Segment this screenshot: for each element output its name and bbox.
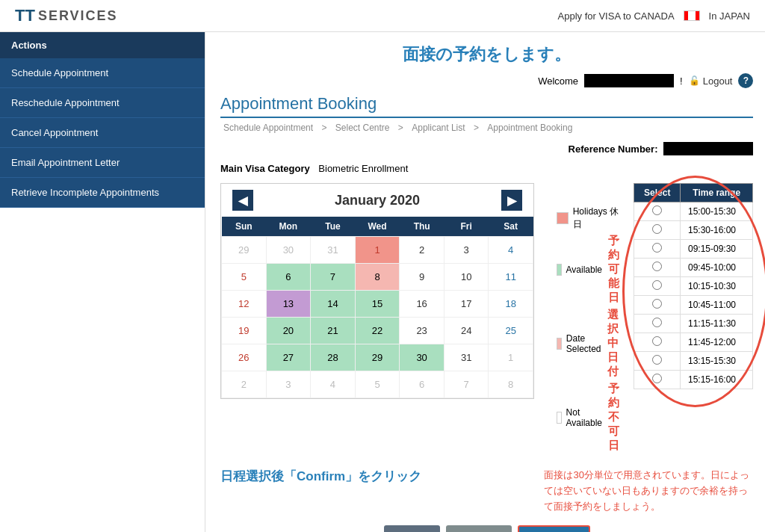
timeslot-label: 11:15-11:30 [680, 315, 753, 333]
jp-bottom-left: 日程選択後「Confirm」をクリック [220, 468, 421, 485]
calendar-cell[interactable]: 6 [266, 264, 311, 291]
calendar-cell[interactable]: 13 [266, 291, 311, 318]
sidebar-btn-cancel[interactable]: Cancel Appointment [0, 118, 205, 148]
calendar-cell[interactable]: 10 [444, 264, 488, 291]
timeslot-select-cell [634, 202, 680, 221]
calendar-cell[interactable]: 2 [400, 237, 445, 264]
calendar-cell[interactable]: 30 [400, 344, 445, 371]
calendar-cell[interactable]: 7 [311, 264, 356, 291]
calendar-cell[interactable]: 4 [489, 237, 533, 264]
calendar-cell[interactable]: 29 [222, 237, 267, 264]
calendar-cell[interactable]: 3 [266, 371, 311, 398]
calendar-cell[interactable]: 19 [222, 318, 267, 344]
breadcrumb-sep2: > [398, 123, 403, 133]
calendar-cell[interactable]: 20 [266, 318, 311, 344]
calendar-cell[interactable]: 24 [444, 318, 488, 344]
logout-button[interactable]: 🔓 Logout [689, 75, 733, 87]
calendar-cell[interactable]: 2 [222, 371, 267, 398]
calendar-legend: Holidays 休日 Available 予約可能日 Date Selecte… [557, 205, 626, 453]
calendar-cell[interactable]: 26 [222, 344, 267, 371]
calendar-cell[interactable]: 29 [355, 344, 400, 371]
calendar-cell[interactable]: 28 [311, 344, 356, 371]
visa-category-row: Main Visa Category Biometric Enrollment [220, 163, 753, 174]
calendar-prev-button[interactable]: ◀ [232, 190, 253, 211]
sidebar-btn-reschedule[interactable]: Reschedule Appointment [0, 88, 205, 118]
content-area: 面接の予約をします。 Welcome ! 🔓 Logout ? Appointm… [205, 32, 765, 532]
bottom-section: 日程選択後「Confirm」をクリック 面接は30分単位で用意されています。日に… [220, 468, 753, 514]
reference-value-box [663, 142, 753, 155]
calendar-cell[interactable]: 4 [311, 371, 356, 398]
calendar: ◀ January 2020 ▶ Sun Mon Tue Wed Thu Fri [220, 183, 534, 399]
exclamation: ! [680, 75, 683, 87]
timeslot-radio[interactable] [652, 374, 662, 383]
calendar-cell[interactable]: 31 [444, 344, 488, 371]
calendar-cell[interactable]: 8 [355, 264, 400, 291]
main-container: Actions Schedule Appointment Reschedule … [0, 32, 765, 532]
timeslot-radio[interactable] [652, 262, 662, 271]
calendar-cell[interactable]: 23 [400, 318, 445, 344]
timeslot-radio[interactable] [652, 355, 662, 365]
calendar-cell[interactable]: 21 [311, 318, 356, 344]
calendar-cell[interactable]: 6 [400, 371, 445, 398]
timeslot-radio[interactable] [652, 318, 662, 327]
legend-not-available-jp: 予約不可日 [608, 382, 626, 453]
calendar-cell[interactable]: 3 [444, 237, 488, 264]
calendar-cell[interactable]: 5 [222, 264, 267, 291]
jp-annotation-top: 面接の予約をします。 [220, 43, 753, 66]
cancel-button[interactable]: Cancel [446, 525, 512, 532]
calendar-cell[interactable]: 25 [489, 318, 533, 344]
logout-icon: 🔓 [689, 75, 700, 86]
breadcrumb-applicant[interactable]: Applicant List [412, 123, 465, 133]
timeslot-select-cell [634, 221, 680, 240]
calendar-cell[interactable]: 30 [266, 237, 311, 264]
calendar-cell[interactable]: 22 [355, 318, 400, 344]
timeslot-select-cell [634, 259, 680, 277]
timeslot-label: 10:45-11:00 [680, 296, 753, 315]
timeslot-label: 11:45-12:00 [680, 333, 753, 352]
timeslot-select-cell [634, 315, 680, 333]
country-label: In JAPAN [709, 10, 750, 22]
timeslot-select-cell [634, 333, 680, 352]
calendar-cell[interactable]: 7 [444, 371, 488, 398]
timeslot-radio[interactable] [652, 205, 662, 215]
calendar-cell[interactable]: 12 [222, 291, 267, 318]
reference-label: Reference Number: [569, 143, 658, 155]
calendar-cell[interactable]: 1 [489, 344, 533, 371]
sidebar-btn-retrieve[interactable]: Retrieve Incomplete Appointments [0, 178, 205, 208]
timeslot-radio[interactable] [652, 280, 662, 290]
canada-flag-icon [684, 10, 700, 21]
confirm-button[interactable]: Confirm [518, 525, 590, 532]
breadcrumb-schedule[interactable]: Schedule Appointment [223, 123, 313, 133]
calendar-cell[interactable]: 17 [444, 291, 488, 318]
breadcrumb-centre[interactable]: Select Centre [335, 123, 390, 133]
visa-category-label: Main Visa Category [220, 163, 310, 174]
calendar-next-button[interactable]: ▶ [501, 190, 522, 211]
calendar-cell[interactable]: 9 [400, 264, 445, 291]
visa-category-value: Biometric Enrollment [318, 163, 408, 174]
welcome-label: Welcome [538, 75, 578, 87]
calendar-cell[interactable]: 27 [266, 344, 311, 371]
calendar-cell[interactable]: 1 [355, 237, 400, 264]
calendar-cell[interactable]: 11 [489, 264, 533, 291]
timeslot-radio[interactable] [652, 336, 662, 346]
help-button[interactable]: ? [738, 73, 753, 88]
legend-available-label: Available [566, 265, 602, 275]
timeslot-radio[interactable] [652, 243, 662, 253]
calendar-cell[interactable]: 15 [355, 291, 400, 318]
sidebar-btn-schedule[interactable]: Schedule Appointment [0, 58, 205, 88]
calendar-cell[interactable]: 5 [355, 371, 400, 398]
timeslot-radio[interactable] [652, 224, 662, 234]
calendar-grid: Sun Mon Tue Wed Thu Fri Sat 293031123456… [221, 217, 533, 398]
logo: TT SERVICES [15, 6, 118, 25]
calendar-cell[interactable]: 14 [311, 291, 356, 318]
time-table-select-header: Select [634, 184, 680, 202]
calendar-cell[interactable]: 18 [489, 291, 533, 318]
back-button[interactable]: Back [384, 525, 440, 532]
calendar-cell[interactable]: 31 [311, 237, 356, 264]
calendar-cell[interactable]: 16 [400, 291, 445, 318]
sidebar-btn-email[interactable]: Email Appointment Letter [0, 148, 205, 178]
logo-services: SERVICES [38, 8, 118, 24]
cal-weekday-thu: Thu [400, 217, 445, 237]
calendar-cell[interactable]: 8 [489, 371, 533, 398]
timeslot-radio[interactable] [652, 299, 662, 309]
